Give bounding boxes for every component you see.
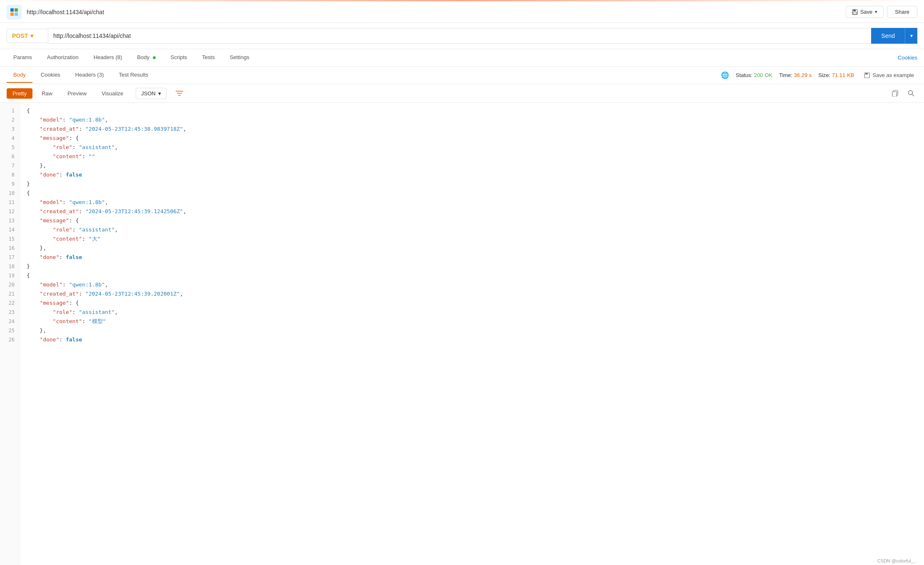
tab-body[interactable]: Body xyxy=(130,50,162,65)
url-input[interactable] xyxy=(48,28,871,44)
size-label: Size: 71.11 KB xyxy=(818,72,854,78)
request-bar: POST ▾ Send ▾ xyxy=(0,23,924,49)
svg-rect-13 xyxy=(892,92,897,97)
format-tab-visualize[interactable]: Visualize xyxy=(96,88,129,99)
request-tab-bar: Params Authorization Headers (8) Body Sc… xyxy=(0,49,924,67)
status-label: Status: 200 OK xyxy=(736,72,772,78)
tab-cookies-link[interactable]: Cookies xyxy=(898,50,917,65)
app-logo xyxy=(7,5,22,20)
response-tab-body[interactable]: Body xyxy=(7,67,32,83)
svg-rect-2 xyxy=(10,12,14,16)
line-numbers: 1234567891011121314151617181920212223242… xyxy=(0,103,20,565)
response-tab-headers[interactable]: Headers (3) xyxy=(69,67,111,83)
search-icon-button[interactable] xyxy=(905,87,917,99)
code-content: { "model": "qwen:1.8b", "created_at": "2… xyxy=(20,103,924,565)
status-value: 200 OK xyxy=(754,72,772,78)
svg-rect-1 xyxy=(15,8,18,12)
format-bar: Pretty Raw Preview Visualize JSON ▾ xyxy=(0,84,924,103)
save-chevron-icon: ▾ xyxy=(875,9,877,15)
search-icon xyxy=(908,90,914,97)
format-tab-raw[interactable]: Raw xyxy=(36,88,58,99)
time-value: 36.29 s xyxy=(794,72,812,78)
globe-icon: 🌐 xyxy=(721,71,729,79)
svg-rect-0 xyxy=(10,8,14,12)
loading-bar xyxy=(0,0,924,1)
format-type-select[interactable]: JSON ▾ xyxy=(136,88,167,99)
save-button[interactable]: Save ▾ xyxy=(846,6,884,18)
tab-authorization[interactable]: Authorization xyxy=(40,50,85,65)
top-bar: http://localhost:11434/api/chat Save ▾ S… xyxy=(0,1,924,23)
code-area: 1234567891011121314151617181920212223242… xyxy=(0,103,924,565)
tab-headers[interactable]: Headers (8) xyxy=(87,50,129,65)
tab-scripts[interactable]: Scripts xyxy=(164,50,194,65)
body-dot-indicator xyxy=(153,56,156,59)
time-label: Time: 36.29 s xyxy=(779,72,812,78)
save-example-icon xyxy=(864,72,870,78)
copy-icon xyxy=(892,90,899,97)
svg-rect-6 xyxy=(853,12,857,14)
tab-settings[interactable]: Settings xyxy=(223,50,256,65)
method-select[interactable]: POST ▾ xyxy=(7,29,48,43)
top-right-actions: Save ▾ Share xyxy=(846,6,917,18)
format-tab-pretty[interactable]: Pretty xyxy=(7,88,32,99)
format-chevron-icon: ▾ xyxy=(158,90,161,97)
save-icon xyxy=(852,9,858,15)
method-chevron-icon: ▾ xyxy=(30,32,33,39)
tab-tests[interactable]: Tests xyxy=(195,50,221,65)
svg-line-15 xyxy=(912,94,914,96)
save-as-example-button[interactable]: Save as example xyxy=(861,70,917,80)
response-tab-bar: Body Cookies Headers (3) Test Results 🌐 … xyxy=(0,67,924,84)
size-value: 71.11 KB xyxy=(832,72,854,78)
send-button-label[interactable]: Send xyxy=(871,28,905,44)
response-meta: 🌐 Status: 200 OK Time: 36.29 s Size: 71.… xyxy=(721,70,917,80)
response-tab-test-results[interactable]: Test Results xyxy=(112,67,155,83)
svg-rect-5 xyxy=(853,10,856,11)
filter-icon-button[interactable] xyxy=(173,87,186,99)
svg-rect-8 xyxy=(865,73,868,75)
share-button[interactable]: Share xyxy=(887,6,917,18)
filter-icon xyxy=(176,90,183,96)
send-chevron-icon[interactable]: ▾ xyxy=(905,28,917,44)
svg-rect-3 xyxy=(15,12,18,16)
tab-params[interactable]: Params xyxy=(7,50,39,65)
response-tab-cookies[interactable]: Cookies xyxy=(34,67,67,83)
format-tab-preview[interactable]: Preview xyxy=(62,88,92,99)
send-button[interactable]: Send ▾ xyxy=(871,28,917,44)
footer: CSDN @colorful_... xyxy=(871,557,924,565)
copy-icon-button[interactable] xyxy=(889,87,902,99)
top-bar-url: http://localhost:11434/api/chat xyxy=(27,9,846,15)
